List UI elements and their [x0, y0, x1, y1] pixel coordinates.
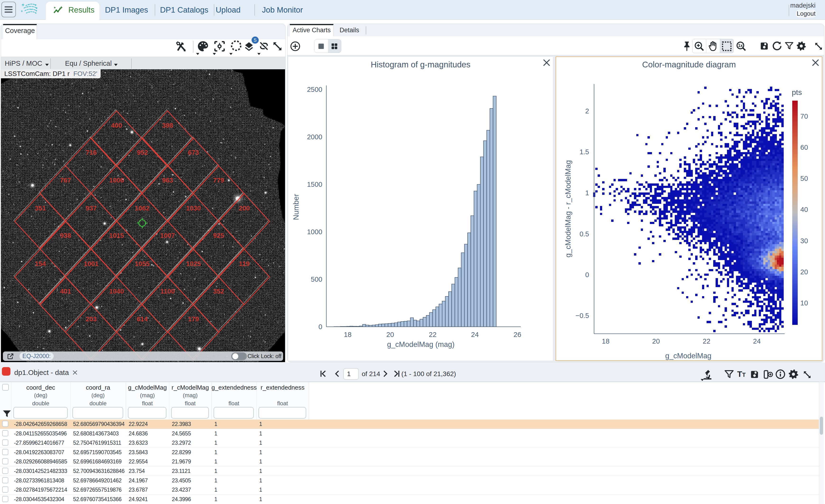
- svg-text:203: 203: [86, 315, 97, 323]
- svg-text:g_cModelMag (mag): g_cModelMag (mag): [387, 340, 454, 349]
- svg-text:1.5: 1.5: [580, 148, 589, 156]
- svg-text:1: 1: [585, 189, 589, 197]
- svg-text:1006: 1006: [109, 177, 124, 184]
- svg-text:−0.5: −0.5: [576, 312, 589, 319]
- svg-text:g_cModelMag - r_cModelMag: g_cModelMag - r_cModelMag: [564, 160, 572, 257]
- svg-text:1025: 1025: [186, 260, 201, 267]
- svg-text:50: 50: [800, 175, 808, 182]
- svg-text:20: 20: [800, 268, 808, 276]
- svg-text:154: 154: [35, 260, 46, 267]
- svg-text:779: 779: [213, 177, 224, 184]
- svg-text:119: 119: [239, 260, 249, 267]
- svg-text:2: 2: [585, 107, 589, 115]
- svg-text:26: 26: [514, 331, 521, 338]
- svg-text:400: 400: [111, 122, 122, 129]
- svg-text:1007: 1007: [160, 232, 175, 239]
- svg-text:673: 673: [188, 149, 199, 156]
- svg-text:0: 0: [318, 323, 322, 331]
- svg-text:200: 200: [239, 204, 250, 212]
- svg-text:20: 20: [652, 337, 660, 345]
- svg-text:1015: 1015: [109, 232, 124, 239]
- svg-text:24: 24: [471, 331, 479, 338]
- svg-text:Number: Number: [292, 194, 300, 220]
- svg-text:938: 938: [60, 232, 71, 239]
- svg-text:952: 952: [137, 149, 148, 156]
- svg-text:22: 22: [703, 337, 710, 345]
- svg-text:963: 963: [162, 177, 173, 184]
- svg-text:937: 937: [86, 204, 97, 212]
- svg-text:1030: 1030: [186, 204, 201, 212]
- svg-text:925: 925: [213, 232, 224, 239]
- svg-text:500: 500: [311, 275, 322, 283]
- svg-text:40: 40: [800, 206, 808, 213]
- svg-text:1000: 1000: [307, 228, 322, 236]
- svg-text:60: 60: [800, 144, 808, 151]
- svg-text:1062: 1062: [135, 204, 150, 212]
- svg-text:1100: 1100: [160, 287, 175, 295]
- svg-text:1001: 1001: [84, 260, 98, 267]
- svg-text:70: 70: [800, 112, 808, 120]
- svg-text:398: 398: [162, 122, 173, 129]
- svg-text:pts: pts: [792, 88, 802, 97]
- svg-text:0: 0: [585, 271, 589, 278]
- svg-text:1040: 1040: [109, 287, 124, 295]
- svg-text:401: 401: [60, 287, 71, 295]
- svg-text:1x: 1x: [738, 43, 743, 48]
- svg-text:1500: 1500: [307, 181, 322, 188]
- svg-text:0.5: 0.5: [580, 230, 589, 238]
- svg-text:179: 179: [188, 315, 199, 323]
- svg-text:20: 20: [386, 331, 394, 338]
- svg-text:T: T: [742, 371, 746, 378]
- svg-text:614: 614: [137, 315, 148, 323]
- svg-text:10: 10: [800, 299, 808, 307]
- svg-text:2500: 2500: [307, 86, 322, 93]
- svg-text:24: 24: [753, 337, 761, 345]
- svg-text:18: 18: [602, 337, 609, 345]
- svg-text:2000: 2000: [307, 133, 322, 141]
- svg-text:30: 30: [800, 237, 808, 245]
- svg-text:352: 352: [213, 287, 224, 295]
- svg-text:716: 716: [86, 149, 97, 156]
- svg-text:351: 351: [35, 204, 46, 212]
- svg-text:22: 22: [429, 331, 437, 338]
- svg-text:1055: 1055: [135, 260, 150, 267]
- svg-text:T: T: [737, 369, 742, 379]
- svg-text:18: 18: [344, 331, 352, 338]
- svg-text:767: 767: [60, 177, 71, 184]
- svg-text:g_cModelMag: g_cModelMag: [665, 352, 711, 360]
